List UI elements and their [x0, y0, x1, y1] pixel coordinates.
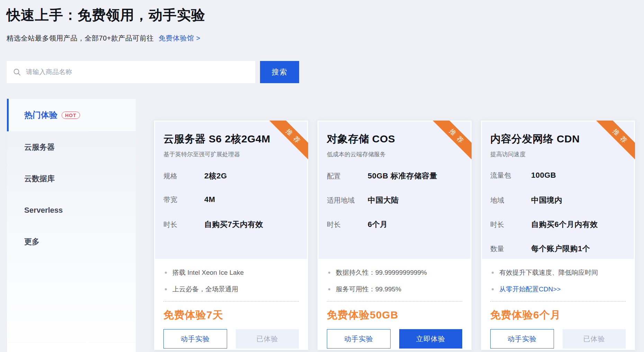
feature-item: 有效提升下载速度、降低响应时间 — [490, 268, 626, 278]
search-icon — [13, 68, 21, 76]
search-bar: 搜索 — [7, 61, 299, 83]
feature-item: 数据持久性：99.9999999999% — [327, 268, 462, 278]
spec-label: 带宽 — [163, 195, 204, 204]
dotted-divider — [327, 301, 462, 302]
spec-value: 中国境内 — [531, 195, 562, 205]
spec-label: 规格 — [163, 171, 204, 181]
dotted-divider — [163, 301, 299, 302]
try-now-button[interactable]: 立即体验 — [399, 329, 462, 349]
card-title: 内容分发网络 CDN — [490, 132, 626, 146]
spec-value: 中国大陆 — [368, 195, 399, 205]
spec-label: 地域 — [490, 196, 531, 205]
spec-value: 100GB — [531, 171, 556, 180]
card-top-section: 对象存储 COS 低成本的云端存储服务 配置 50GB 标准存储容量 适用地域 … — [319, 122, 471, 259]
card-top-section: 云服务器 S6 2核2G4M 基于英特尔至强可扩展处理器 规格 2核2G 带宽 … — [155, 122, 307, 259]
sidebar-item-label: Serverless — [24, 206, 63, 215]
product-card-list: 推荐 云服务器 S6 2核2G4M 基于英特尔至强可扩展处理器 规格 2核2G … — [154, 121, 635, 350]
spec-row: 时长 自购买6个月内有效 — [490, 219, 626, 244]
feature-text: 上云必备，全场景通用 — [172, 285, 238, 293]
sidebar-item-label: 云数据库 — [24, 174, 55, 184]
spec-value: 自购买7天内有效 — [204, 219, 263, 230]
sidebar-item-cloud-database[interactable]: 云数据库 — [7, 163, 136, 194]
feature-text: 数据持久性：99.9999999999% — [336, 269, 427, 276]
free-offer-text: 免费体验6个月 — [490, 308, 626, 322]
sidebar-item-label: 云服务器 — [24, 142, 55, 152]
spec-label: 适用地域 — [327, 196, 368, 205]
product-card-cvm: 推荐 云服务器 S6 2核2G4M 基于英特尔至强可扩展处理器 规格 2核2G … — [154, 121, 308, 350]
page-subtitle: 精选全站最多领用产品，全部70+款产品可前往免费体验馆 > — [7, 34, 200, 43]
feature-list: 数据持久性：99.9999999999% 服务可用性：99.995% — [327, 268, 462, 294]
card-bottom-section: 有效提升下载速度、降低响应时间 从零开始配置CDN>> 免费体验6个月 动手实验… — [482, 259, 634, 349]
page-title: 快速上手：免费领用，动手实验 — [7, 6, 205, 25]
feature-list: 搭载 Intel Xeon Ice Lake 上云必备，全场景通用 — [163, 268, 299, 294]
sidebar-item-hot-experience[interactable]: 热门体验 HOT — [7, 99, 136, 131]
spec-label: 数量 — [490, 244, 531, 254]
hot-badge: HOT — [62, 112, 80, 119]
spec-value: 2核2G — [204, 171, 227, 181]
feature-item: 上云必备，全场景通用 — [163, 284, 299, 294]
feature-text: 服务可用性：99.995% — [336, 285, 401, 293]
spec-label: 配置 — [327, 171, 368, 181]
sidebar-item-label: 更多 — [24, 237, 39, 247]
search-button[interactable]: 搜索 — [260, 61, 299, 83]
card-actions: 动手实验 立即体验 — [327, 329, 462, 349]
product-card-cdn: 推荐 内容分发网络 CDN 提高访问速度 流量包 100GB 地域 中国境内 时… — [481, 121, 635, 350]
spec-label: 时长 — [490, 220, 531, 229]
feature-text: 有效提升下载速度、降低响应时间 — [499, 269, 598, 276]
sidebar-item-serverless[interactable]: Serverless — [7, 194, 136, 226]
spec-row: 地域 中国境内 — [490, 195, 626, 219]
spec-row: 流量包 100GB — [490, 171, 626, 195]
card-subtitle: 低成本的云端存储服务 — [327, 150, 462, 158]
product-card-cos: 推荐 对象存储 COS 低成本的云端存储服务 配置 50GB 标准存储容量 适用… — [317, 121, 472, 350]
feature-item: 搭载 Intel Xeon Ice Lake — [163, 268, 299, 278]
card-subtitle: 基于英特尔至强可扩展处理器 — [163, 150, 299, 158]
spec-label: 时长 — [163, 220, 204, 229]
hands-on-lab-button[interactable]: 动手实验 — [490, 329, 554, 349]
spec-value: 每个账户限购1个 — [531, 244, 590, 254]
spec-value: 自购买6个月内有效 — [531, 219, 598, 230]
spec-row: 时长 6个月 — [327, 219, 462, 244]
hands-on-lab-button[interactable]: 动手实验 — [327, 329, 391, 349]
card-bottom-section: 搭载 Intel Xeon Ice Lake 上云必备，全场景通用 免费体验7天… — [155, 259, 307, 349]
spec-list: 配置 50GB 标准存储容量 适用地域 中国大陆 时长 6个月 — [327, 171, 462, 244]
free-offer-text: 免费体验50GB — [327, 308, 462, 322]
search-input[interactable] — [26, 68, 249, 76]
spec-value: 50GB 标准存储容量 — [368, 171, 437, 181]
spec-row: 配置 50GB 标准存储容量 — [327, 171, 462, 195]
free-experience-hall-link[interactable]: 免费体验馆 > — [159, 34, 200, 42]
spec-list: 流量包 100GB 地域 中国境内 时长 自购买6个月内有效 数量 每个账户限购… — [490, 171, 626, 268]
sidebar: 热门体验 HOT 云服务器 云数据库 Serverless 更多 — [7, 99, 136, 352]
card-title: 云服务器 S6 2核2G4M — [163, 132, 299, 146]
experienced-button[interactable]: 已体验 — [563, 329, 626, 349]
spec-value: 4M — [204, 195, 215, 204]
card-subtitle: 提高访问速度 — [490, 150, 626, 158]
card-title: 对象存储 COS — [327, 132, 462, 146]
dotted-divider — [490, 301, 626, 302]
hands-on-lab-button[interactable]: 动手实验 — [163, 329, 227, 349]
page-subtitle-text: 精选全站最多领用产品，全部70+款产品可前往 — [7, 34, 154, 42]
feature-list: 有效提升下载速度、降低响应时间 从零开始配置CDN>> — [490, 268, 626, 294]
sidebar-item-cloud-server[interactable]: 云服务器 — [7, 131, 136, 163]
free-offer-text: 免费体验7天 — [163, 308, 299, 322]
sidebar-item-more[interactable]: 更多 — [7, 226, 136, 257]
card-top-section: 内容分发网络 CDN 提高访问速度 流量包 100GB 地域 中国境内 时长 自… — [482, 122, 634, 259]
card-bottom-section: 数据持久性：99.9999999999% 服务可用性：99.995% 免费体验5… — [319, 259, 471, 349]
experienced-button[interactable]: 已体验 — [236, 329, 299, 349]
spec-list: 规格 2核2G 带宽 4M 时长 自购买7天内有效 — [163, 171, 299, 244]
feature-item: 服务可用性：99.995% — [327, 284, 462, 294]
card-actions: 动手实验 已体验 — [490, 329, 626, 349]
sidebar-item-label: 热门体验 — [24, 109, 57, 121]
feature-item: 从零开始配置CDN>> — [490, 284, 626, 294]
spec-label: 流量包 — [490, 171, 531, 180]
search-input-wrap — [7, 61, 255, 83]
spec-row: 适用地域 中国大陆 — [327, 195, 462, 219]
spec-value: 6个月 — [368, 219, 388, 230]
spec-row: 带宽 4M — [163, 195, 299, 219]
cdn-config-guide-link[interactable]: 从零开始配置CDN>> — [499, 285, 561, 293]
spec-row: 规格 2核2G — [163, 171, 299, 195]
feature-text: 搭载 Intel Xeon Ice Lake — [172, 269, 244, 276]
spec-label: 时长 — [327, 220, 368, 229]
spec-row: 时长 自购买7天内有效 — [163, 219, 299, 244]
card-actions: 动手实验 已体验 — [163, 329, 299, 349]
